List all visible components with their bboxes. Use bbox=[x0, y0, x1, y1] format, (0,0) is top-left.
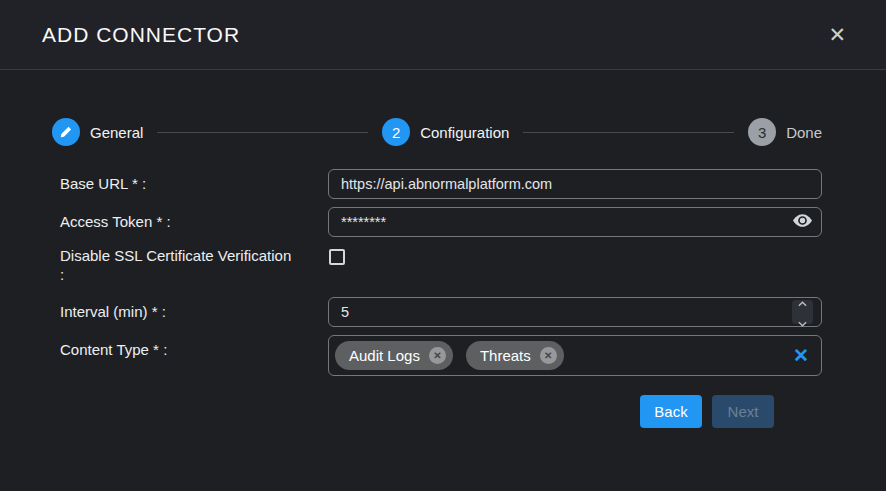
content-type-row: Content Type * : Audit Logs ✕ Threats ✕ … bbox=[60, 335, 822, 376]
chevron-down-icon bbox=[798, 313, 807, 331]
interval-input[interactable] bbox=[328, 297, 822, 327]
close-icon: ✕ bbox=[828, 23, 846, 46]
remove-chip-icon[interactable]: ✕ bbox=[429, 347, 446, 364]
base-url-row: Base URL * : bbox=[60, 169, 822, 199]
configuration-form: Base URL * : Access Token * : bbox=[0, 169, 886, 428]
access-token-input[interactable] bbox=[328, 207, 822, 237]
back-button[interactable]: Back bbox=[640, 395, 702, 428]
clear-selection-icon[interactable]: ✕ bbox=[793, 346, 809, 365]
dialog-title: ADD CONNECTOR bbox=[42, 23, 240, 47]
ssl-verification-control bbox=[328, 247, 822, 269]
dialog-footer: Back Next bbox=[60, 384, 822, 428]
chevron-up-icon bbox=[798, 293, 807, 311]
step-number-2: 2 bbox=[382, 118, 410, 146]
pencil-icon bbox=[52, 118, 80, 146]
step-done[interactable]: 3 Done bbox=[748, 118, 822, 146]
step-general[interactable]: General bbox=[52, 118, 143, 146]
ssl-verification-row: Disable SSL Certificate Verification : bbox=[60, 247, 822, 285]
base-url-label: Base URL * : bbox=[60, 169, 328, 194]
step-connector bbox=[157, 132, 368, 133]
step-label-done: Done bbox=[786, 124, 822, 141]
stepper: General 2 Configuration 3 Done bbox=[52, 118, 822, 146]
next-button[interactable]: Next bbox=[712, 395, 774, 428]
dialog-header: ADD CONNECTOR ✕ bbox=[0, 0, 886, 70]
step-number-3: 3 bbox=[748, 118, 776, 146]
content-type-control: Audit Logs ✕ Threats ✕ ✕ bbox=[328, 335, 822, 376]
content-type-multiselect[interactable]: Audit Logs ✕ Threats ✕ bbox=[328, 335, 822, 376]
base-url-control bbox=[328, 169, 822, 199]
close-button[interactable]: ✕ bbox=[822, 20, 852, 49]
access-token-control bbox=[328, 207, 822, 237]
chip-label: Audit Logs bbox=[349, 347, 420, 364]
base-url-input[interactable] bbox=[328, 169, 822, 199]
chip-audit-logs: Audit Logs ✕ bbox=[335, 341, 453, 370]
add-connector-dialog: ADD CONNECTOR ✕ General 2 Configuration … bbox=[0, 0, 886, 491]
interval-control bbox=[328, 297, 822, 327]
access-token-row: Access Token * : bbox=[60, 207, 822, 237]
eye-icon bbox=[793, 214, 812, 231]
interval-row: Interval (min) * : bbox=[60, 297, 822, 327]
remove-chip-icon[interactable]: ✕ bbox=[540, 347, 557, 364]
chip-threats: Threats ✕ bbox=[466, 341, 564, 370]
toggle-password-visibility-button[interactable] bbox=[793, 214, 812, 231]
step-label-general: General bbox=[90, 124, 143, 141]
interval-stepper[interactable] bbox=[792, 300, 813, 324]
interval-label: Interval (min) * : bbox=[60, 297, 328, 322]
chip-label: Threats bbox=[480, 347, 531, 364]
ssl-verification-checkbox[interactable] bbox=[329, 249, 345, 265]
ssl-verification-label: Disable SSL Certificate Verification : bbox=[60, 247, 328, 285]
step-label-configuration: Configuration bbox=[420, 124, 509, 141]
content-type-label: Content Type * : bbox=[60, 335, 328, 360]
access-token-label: Access Token * : bbox=[60, 207, 328, 232]
step-connector bbox=[523, 132, 734, 133]
step-configuration[interactable]: 2 Configuration bbox=[382, 118, 509, 146]
